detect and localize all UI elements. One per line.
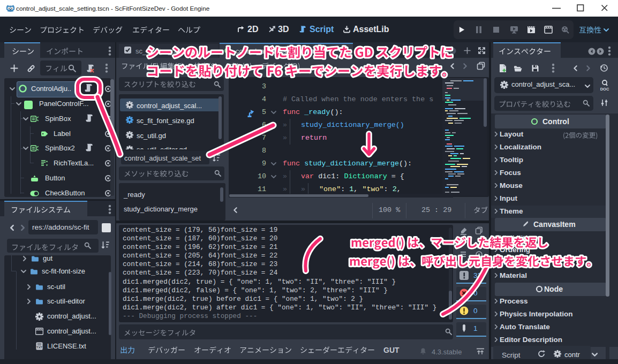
- svg-text:TXT: TXT: [36, 346, 42, 349]
- svg-text:DOC: DOC: [600, 87, 609, 91]
